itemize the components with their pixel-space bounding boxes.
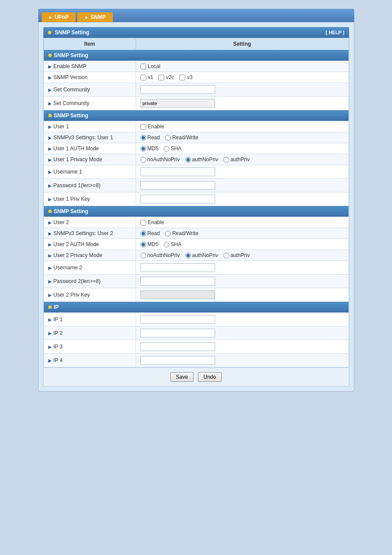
text-input[interactable] <box>140 263 215 272</box>
setting-cell <box>136 179 349 192</box>
radio-label[interactable]: Read <box>140 134 160 141</box>
radio-group: MD5SHA <box>140 241 344 247</box>
radio-label[interactable]: noAuthNoPriv <box>140 252 180 258</box>
radio-label[interactable]: authPriv <box>223 252 250 258</box>
text-input[interactable] <box>140 329 215 337</box>
version-text: v1 <box>148 74 154 80</box>
checkbox-input[interactable] <box>140 64 146 69</box>
row-label-cell: ▶Username 1 <box>43 165 136 179</box>
text-input[interactable] <box>140 277 215 286</box>
radio-input[interactable] <box>165 135 171 141</box>
radio-group: ReadRead/Write <box>140 134 344 141</box>
radio-input[interactable] <box>223 157 229 163</box>
setting-cell: v1v2cv3 <box>136 72 349 83</box>
version-checkbox[interactable] <box>158 75 164 80</box>
table-row: ▶IP 1 <box>43 313 349 326</box>
row-arrow-icon: ▶ <box>48 317 52 322</box>
panel-title: SNMP Setting <box>55 29 89 36</box>
radio-label[interactable]: SHA <box>164 241 182 247</box>
row-label-cell: ▶Get Community <box>43 83 136 97</box>
version-checkbox[interactable] <box>180 75 185 80</box>
radio-label[interactable]: authNoPriv <box>185 156 218 163</box>
row-arrow-icon: ▶ <box>48 64 52 69</box>
row-label-cell: ▶SNMPv3 Settings: User 2 <box>43 228 136 239</box>
setting-cell <box>136 354 349 367</box>
setting-cell: MD5SHA <box>136 239 349 250</box>
checkbox-input[interactable] <box>140 220 146 225</box>
row-arrow-icon: ▶ <box>48 265 52 270</box>
row-arrow-icon: ▶ <box>48 197 52 202</box>
radio-label[interactable]: Read <box>140 230 160 236</box>
version-checkbox-label[interactable]: v1 <box>140 74 154 80</box>
radio-input[interactable] <box>140 135 146 141</box>
table-row: ▶User 2Enable <box>43 217 349 228</box>
radio-label[interactable]: authNoPriv <box>185 252 218 258</box>
table-row: ▶User 1 Privacy ModenoAuthNoPrivauthNoPr… <box>43 154 349 165</box>
setting-cell <box>136 83 349 97</box>
radio-group: noAuthNoPrivauthNoPrivauthPriv <box>140 156 344 163</box>
text-input[interactable] <box>140 99 215 108</box>
text-input[interactable] <box>140 181 215 190</box>
radio-group: noAuthNoPrivauthNoPrivauthPriv <box>140 252 344 258</box>
radio-text: authPriv <box>230 156 250 163</box>
radio-label[interactable]: authPriv <box>223 156 250 163</box>
table-row: ▶User 1 AUTH ModeMD5SHA <box>43 143 349 154</box>
text-input[interactable] <box>140 195 215 203</box>
help-link[interactable]: [ HELP ] <box>326 30 345 35</box>
row-label-cell: ▶User 1 <box>43 121 136 132</box>
radio-input[interactable] <box>140 253 146 258</box>
radio-input[interactable] <box>165 231 171 236</box>
radio-label[interactable]: MD5 <box>140 145 158 152</box>
version-text: v3 <box>187 74 193 80</box>
radio-input[interactable] <box>140 231 146 236</box>
radio-input[interactable] <box>140 157 146 163</box>
table-row: ▶Set Community <box>43 97 349 110</box>
checkbox-text: Local <box>148 63 161 69</box>
text-input[interactable] <box>140 342 215 351</box>
setting-cell <box>136 288 349 302</box>
row-label-cell: ▶User 2 Privacy Mode <box>43 250 136 261</box>
section-header-cell: SNMP Setting <box>43 110 349 121</box>
radio-input[interactable] <box>140 242 146 247</box>
checkbox-label[interactable]: Local <box>140 63 344 69</box>
panel-icon <box>48 31 51 34</box>
text-input[interactable] <box>140 85 215 94</box>
radio-input[interactable] <box>140 146 146 152</box>
radio-text: authNoPriv <box>192 156 218 163</box>
radio-text: MD5 <box>147 241 158 247</box>
section-icon <box>48 305 52 309</box>
radio-input[interactable] <box>223 253 229 258</box>
radio-group: ReadRead/Write <box>140 230 344 236</box>
radio-input[interactable] <box>185 253 191 258</box>
tab-upnp[interactable]: ► UPnP <box>42 12 76 22</box>
row-arrow-icon: ▶ <box>48 101 52 106</box>
text-input[interactable] <box>140 356 215 365</box>
section-header-row: SNMP Setting <box>43 110 349 121</box>
checkbox-label[interactable]: Enable <box>140 123 344 130</box>
checkbox-label[interactable]: Enable <box>140 219 344 225</box>
radio-input[interactable] <box>164 146 169 152</box>
table-row: ▶User 2 Privacy ModenoAuthNoPrivauthNoPr… <box>43 250 349 261</box>
version-checkbox-label[interactable]: v3 <box>180 74 193 80</box>
row-arrow-icon: ▶ <box>48 183 52 188</box>
radio-input[interactable] <box>164 242 169 247</box>
row-label-cell: ▶Password 2(len>=8) <box>43 275 136 288</box>
text-input[interactable] <box>140 290 215 299</box>
radio-label[interactable]: noAuthNoPriv <box>140 156 180 163</box>
text-input[interactable] <box>140 315 215 324</box>
text-input[interactable] <box>140 167 215 176</box>
radio-label[interactable]: Read/Write <box>165 134 198 141</box>
panel-title-group: SNMP Setting <box>48 29 90 36</box>
radio-label[interactable]: Read/Write <box>165 230 198 236</box>
save-button[interactable]: Save <box>170 372 194 382</box>
radio-label[interactable]: SHA <box>164 145 182 152</box>
radio-input[interactable] <box>185 157 191 163</box>
checkbox-input[interactable] <box>140 124 146 130</box>
tab-snmp[interactable]: ► SNMP <box>77 12 113 22</box>
radio-label[interactable]: MD5 <box>140 241 158 247</box>
version-checkbox-label[interactable]: v2c <box>158 74 174 80</box>
undo-button[interactable]: Undo <box>198 372 222 382</box>
row-arrow-icon: ▶ <box>48 358 52 363</box>
setting-cell: Local <box>136 61 349 72</box>
version-checkbox[interactable] <box>140 75 146 80</box>
